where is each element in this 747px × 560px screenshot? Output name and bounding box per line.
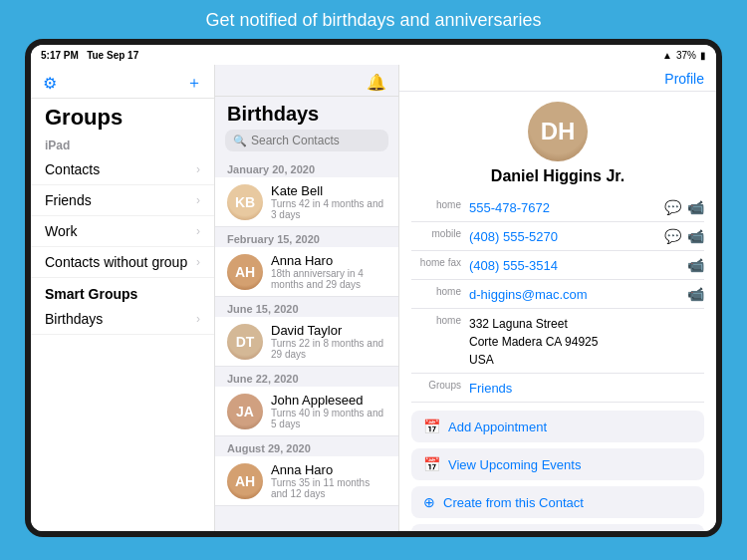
field-value[interactable]: (408) 555-3514 [469, 258, 558, 273]
app-wrapper: Get notified of birthdays and anniversar… [0, 0, 747, 560]
birthday-subtitle: 18th anniversary in 4 months and 29 days [271, 268, 386, 290]
date-header-jun22: June 22, 2020 [215, 367, 398, 387]
device-screen: 5:17 PM Tue Sep 17 ▲ 37% ▮ ⚙ ＋ [31, 45, 716, 531]
field-value-wrap: (408) 555-5270 [469, 227, 656, 245]
date-header-jan20: January 20, 2020 [215, 157, 398, 177]
contact-name: Anna Haro [271, 253, 386, 268]
birthday-subtitle: Turns 35 in 11 months and 12 days [271, 477, 386, 499]
field-actions: 💬 📹 [664, 227, 704, 244]
video-icon[interactable]: 📹 [687, 257, 704, 273]
date-header-feb15: February 15, 2020 [215, 227, 398, 247]
field-value[interactable]: Friends [469, 381, 512, 396]
avatar: JA [227, 394, 263, 429]
bell-icon[interactable]: 🔔 [367, 73, 386, 92]
field-label: home [411, 198, 461, 210]
field-actions: 📹 [687, 256, 704, 273]
field-email: home d-higgins@mac.com 📹 [411, 280, 704, 309]
sidebar-item-label: Friends [45, 192, 92, 208]
field-label: home fax [411, 256, 461, 268]
sidebar-item-contacts[interactable]: Contacts › [31, 154, 214, 185]
birthday-item-anna-haro2[interactable]: AH Anna Haro Turns 35 in 11 months and 1… [215, 456, 398, 506]
sidebar-item-label: Birthdays [45, 311, 103, 327]
smart-groups-label: Smart Groups [31, 278, 214, 304]
action-buttons: 📅 Add Appointment 📅 View Upcoming Events… [399, 403, 716, 531]
calendar-icon: 📅 [423, 456, 440, 472]
video-icon[interactable]: 📹 [687, 199, 704, 215]
contact-name: Kate Bell [271, 183, 386, 198]
birthday-subtitle: Turns 22 in 8 months and 29 days [271, 338, 386, 360]
contact-avatar: DH [528, 102, 588, 161]
field-value: 332 Laguna Street Corte Madera CA 94925 … [469, 317, 598, 367]
contact-name: Anna Haro [271, 462, 386, 477]
field-value-wrap: 332 Laguna Street Corte Madera CA 94925 … [469, 314, 704, 368]
field-actions: 📹 [687, 285, 704, 302]
contact-name-display: Daniel Higgins Jr. [491, 167, 624, 185]
birthday-item-anna-haro[interactable]: AH Anna Haro 18th anniversary in 4 month… [215, 247, 398, 297]
export-contact-button[interactable]: 📤 Export Contact [411, 524, 704, 531]
field-groups: Groups Friends [411, 374, 704, 403]
field-home-fax: home fax (408) 555-3514 📹 [411, 251, 704, 280]
chevron-right-icon: › [196, 312, 200, 326]
middle-panel: 🔔 Birthdays 🔍 January 20, 2020 KB [215, 65, 399, 531]
field-home-phone: home 555-478-7672 💬 📹 [411, 193, 704, 222]
btn-text: View Upcoming Events [448, 457, 581, 472]
birthday-item-kate-bell[interactable]: KB Kate Bell Turns 42 in 4 months and 3 … [215, 177, 398, 227]
contact-fields: home 555-478-7672 💬 📹 mobile [399, 193, 716, 403]
field-value[interactable]: (408) 555-5270 [469, 229, 558, 244]
chevron-right-icon: › [196, 193, 200, 207]
avatar: AH [227, 463, 263, 499]
device-frame: 5:17 PM Tue Sep 17 ▲ 37% ▮ ⚙ ＋ [25, 39, 722, 537]
search-bar[interactable]: 🔍 [225, 130, 388, 151]
search-icon: 🔍 [233, 135, 247, 147]
birthday-subtitle: Turns 42 in 4 months and 3 days [271, 198, 386, 220]
birthday-item-david-taylor[interactable]: DT David Taylor Turns 22 in 8 months and… [215, 317, 398, 367]
add-appointment-button[interactable]: 📅 Add Appointment [411, 411, 704, 442]
status-bar: 5:17 PM Tue Sep 17 ▲ 37% ▮ [31, 45, 716, 65]
video-icon[interactable]: 📹 [687, 228, 704, 244]
birthday-info: Kate Bell Turns 42 in 4 months and 3 day… [271, 183, 386, 220]
chevron-right-icon: › [196, 162, 200, 176]
sidebar-item-label: Contacts without group [45, 254, 187, 270]
birthday-item-john-appleseed[interactable]: JA John Appleseed Turns 40 in 9 months a… [215, 387, 398, 436]
sidebar-item-no-group[interactable]: Contacts without group › [31, 247, 214, 278]
create-from-contact-button[interactable]: ⊕ Create from this Contact [411, 486, 704, 518]
settings-icon[interactable]: ⚙ [43, 74, 57, 93]
main-content: ⚙ ＋ Groups iPad Contacts › Friends › Wor… [31, 65, 716, 531]
contact-name: John Appleseed [271, 393, 386, 408]
field-value-wrap: 555-478-7672 [469, 198, 656, 216]
top-banner: Get notified of birthdays and anniversar… [0, 0, 747, 39]
field-actions: 💬 📹 [664, 198, 704, 215]
sidebar-item-friends[interactable]: Friends › [31, 185, 214, 216]
search-input[interactable] [251, 134, 380, 147]
field-label: Groups [411, 379, 461, 391]
date-header-jun15: June 15, 2020 [215, 297, 398, 317]
field-address: home 332 Laguna Street Corte Madera CA 9… [411, 309, 704, 374]
sidebar-header: ⚙ ＋ [31, 65, 214, 99]
message-icon[interactable]: 💬 [664, 199, 681, 215]
chevron-right-icon: › [196, 255, 200, 269]
date-header-aug29: August 29, 2020 [215, 436, 398, 456]
chevron-right-icon: › [196, 224, 200, 238]
sidebar-item-work[interactable]: Work › [31, 216, 214, 247]
btn-text: Add Appointment [448, 420, 547, 434]
profile-header: Profile [399, 65, 716, 92]
field-label: mobile [411, 227, 461, 239]
field-value[interactable]: d-higgins@mac.com [469, 287, 588, 302]
birthday-info: John Appleseed Turns 40 in 9 months and … [271, 393, 386, 429]
sidebar-item-birthdays[interactable]: Birthdays › [31, 304, 214, 335]
add-icon[interactable]: ＋ [186, 73, 202, 94]
contact-name: David Taylor [271, 323, 386, 338]
wifi-icon: ▲ [662, 50, 672, 61]
field-value-wrap: (408) 555-3514 [469, 256, 679, 274]
sidebar-section-label: iPad [31, 133, 214, 154]
avatar: AH [227, 254, 263, 290]
message-icon[interactable]: 💬 [664, 228, 681, 244]
profile-link[interactable]: Profile [664, 71, 704, 87]
field-value[interactable]: 555-478-7672 [469, 200, 550, 215]
video-icon[interactable]: 📹 [687, 286, 704, 302]
status-time: 5:17 PM [41, 50, 79, 61]
banner-text: Get notified of birthdays and anniversar… [205, 10, 541, 30]
birthday-info: David Taylor Turns 22 in 8 months and 29… [271, 323, 386, 360]
view-events-button[interactable]: 📅 View Upcoming Events [411, 448, 704, 480]
avatar: KB [227, 184, 263, 220]
